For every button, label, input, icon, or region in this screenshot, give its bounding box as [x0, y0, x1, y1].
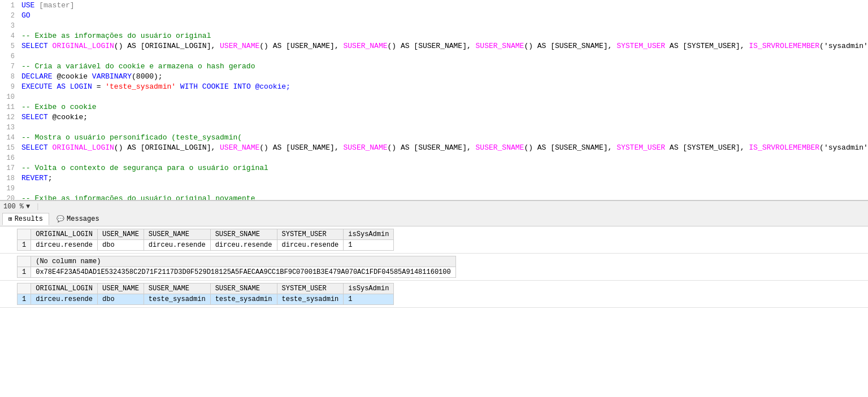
code-line: -- Exibe as informações do usuário origi…: [21, 194, 868, 200]
column-header: ORIGINAL_LOGIN: [31, 283, 98, 294]
line-number: 9: [0, 82, 15, 92]
tab-label: Messages: [67, 215, 99, 223]
code-line: USE [master]: [21, 1, 868, 11]
code-editor[interactable]: 1234567891011121314151617181920212223 US…: [0, 0, 868, 200]
row-num-header: [18, 283, 31, 294]
line-number: 19: [0, 184, 15, 194]
column-header: USER_NAME: [98, 229, 144, 240]
table-cell: dirceu.resende: [144, 240, 210, 251]
code-line: SELECT ORIGINAL_LOGIN() AS [ORIGINAL_LOG…: [21, 143, 868, 153]
result-table-wrapper: ORIGINAL_LOGINUSER_NAMESUSER_NAMESUSER_S…: [0, 281, 868, 307]
column-header: SYSTEM_USER: [277, 229, 344, 240]
column-header: SUSER_NAME: [144, 283, 210, 294]
tab-label: Results: [15, 215, 43, 223]
code-line: -- Exibe as informações do usuário origi…: [21, 31, 868, 41]
code-line: DECLARE @cookie VARBINARY(8000);: [21, 72, 868, 82]
tab-results[interactable]: ⊞Results: [2, 213, 49, 225]
result-table: (No column name)10x78E4F23A54DAD1E532435…: [17, 256, 456, 278]
line-number: 14: [0, 133, 15, 143]
msg-icon: 💬: [57, 215, 64, 223]
row-number: 1: [18, 240, 31, 251]
table-cell: dirceu.resende: [210, 240, 277, 251]
zoom-label: 100 %: [3, 203, 24, 211]
column-header: isSysAdmin: [344, 283, 394, 294]
code-line: EXECUTE AS LOGIN = 'teste_sysadmin' WITH…: [21, 82, 868, 92]
line-number: 12: [0, 112, 15, 123]
line-number: 10: [0, 92, 15, 102]
result-table-wrapper: ORIGINAL_LOGINUSER_NAMESUSER_NAMESUSER_S…: [0, 226, 868, 253]
table-cell: teste_sysadmin: [210, 294, 277, 305]
table-cell: dirceu.resende: [277, 240, 344, 251]
code-line: -- Cria a variável do cookie e armazena …: [21, 62, 868, 72]
result-grid-area[interactable]: ORIGINAL_LOGINUSER_NAMESUSER_NAMESUSER_S…: [0, 226, 868, 397]
zoom-arrow[interactable]: ▼: [26, 203, 30, 211]
line-numbers: 1234567891011121314151617181920212223: [0, 0, 18, 200]
table-row[interactable]: 10x78E4F23A54DAD1E5324358C2D71F2117D3D0F…: [18, 267, 456, 278]
tab-messages[interactable]: 💬Messages: [50, 213, 106, 225]
line-number: 15: [0, 143, 15, 153]
code-line: -- Volta o contexto de segurança para o …: [21, 163, 868, 173]
code-line: [21, 51, 868, 62]
table-cell: dirceu.resende: [31, 294, 98, 305]
line-number: 2: [0, 11, 15, 21]
code-line: GO: [21, 11, 868, 21]
table-row[interactable]: 1dirceu.resendedbodirceu.resendedirceu.r…: [18, 240, 394, 251]
table-cell: teste_sysadmin: [144, 294, 210, 305]
line-number: 13: [0, 123, 15, 133]
column-header: SUSER_NAME: [144, 229, 210, 240]
code-line: [21, 184, 868, 194]
line-number: 6: [0, 51, 15, 62]
column-header: USER_NAME: [98, 283, 144, 294]
table-cell: 1: [344, 294, 394, 305]
result-table-wrapper: (No column name)10x78E4F23A54DAD1E532435…: [0, 254, 868, 280]
row-num-header: [18, 256, 31, 267]
row-num-header: [18, 229, 31, 240]
column-header: SUSER_SNAME: [210, 229, 277, 240]
line-number: 17: [0, 163, 15, 173]
code-line: -- Exibe o cookie: [21, 102, 868, 112]
line-number: 3: [0, 21, 15, 31]
table-cell: dbo: [98, 294, 144, 305]
code-line: SELECT ORIGINAL_LOGIN() AS [ORIGINAL_LOG…: [21, 41, 868, 51]
table-cell: dbo: [98, 240, 144, 251]
code-line: [21, 123, 868, 133]
line-number: 11: [0, 102, 15, 112]
code-line: [21, 21, 868, 31]
line-number: 7: [0, 62, 15, 72]
result-section-3: ORIGINAL_LOGINUSER_NAMESUSER_NAMESUSER_S…: [0, 281, 868, 308]
line-number: 1: [0, 1, 15, 11]
result-section-2: (No column name)10x78E4F23A54DAD1E532435…: [0, 254, 868, 281]
code-line: -- Mostra o usuário personificado (teste…: [21, 133, 868, 143]
row-number: 1: [18, 294, 31, 305]
grid-icon: ⊞: [8, 215, 12, 223]
result-section-1: ORIGINAL_LOGINUSER_NAMESUSER_NAMESUSER_S…: [0, 226, 868, 254]
table-cell: teste_sysadmin: [277, 294, 344, 305]
zoom-bar: 100 % ▼ |: [0, 200, 868, 212]
results-panel: ⊞Results💬Messages ORIGINAL_LOGINUSER_NAM…: [0, 212, 868, 397]
result-table: ORIGINAL_LOGINUSER_NAMESUSER_NAMESUSER_S…: [17, 283, 394, 305]
line-number: 18: [0, 173, 15, 184]
line-number: 20: [0, 194, 15, 200]
table-cell: 1: [344, 240, 394, 251]
code-line: SELECT @cookie;: [21, 112, 868, 123]
code-content[interactable]: USE [master]GO -- Exibe as informações d…: [18, 0, 868, 200]
line-number: 8: [0, 72, 15, 82]
scrollbar-indicator: |: [36, 203, 40, 211]
line-number: 5: [0, 41, 15, 51]
row-number: 1: [18, 267, 31, 278]
table-row[interactable]: 1dirceu.resendedboteste_sysadminteste_sy…: [18, 294, 394, 305]
table-cell: 0x78E4F23A54DAD1E5324358C2D71F2117D3D0F5…: [31, 267, 456, 278]
code-line: [21, 92, 868, 102]
column-header: ORIGINAL_LOGIN: [31, 229, 98, 240]
column-header: (No column name): [31, 256, 456, 267]
column-header: SYSTEM_USER: [277, 283, 344, 294]
line-number: 4: [0, 31, 15, 41]
table-cell: dirceu.resende: [31, 240, 98, 251]
column-header: isSysAdmin: [344, 229, 394, 240]
code-line: REVERT;: [21, 173, 868, 184]
line-number: 16: [0, 153, 15, 163]
results-tab-bar: ⊞Results💬Messages: [0, 212, 868, 226]
code-line: [21, 153, 868, 163]
column-header: SUSER_SNAME: [210, 283, 277, 294]
result-table: ORIGINAL_LOGINUSER_NAMESUSER_NAMESUSER_S…: [17, 229, 394, 251]
